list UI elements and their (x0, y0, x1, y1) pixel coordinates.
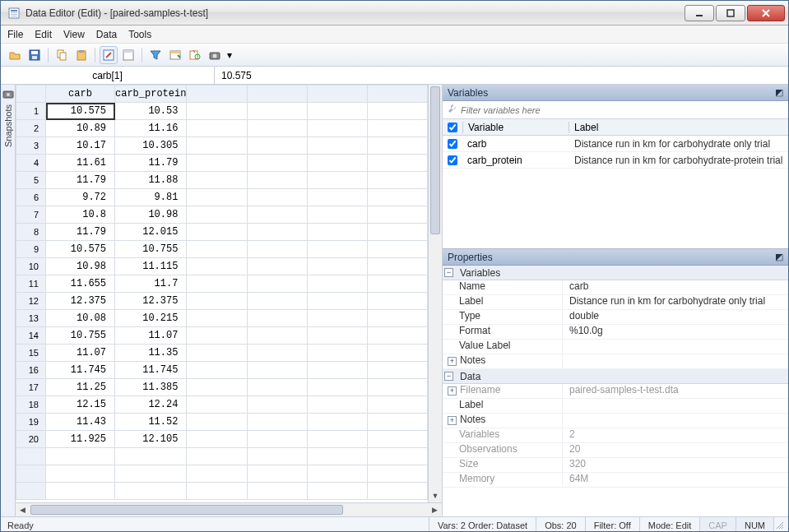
prop-data-label-value[interactable] (563, 399, 788, 413)
empty-cell[interactable] (187, 379, 247, 396)
cell-reference-value[interactable]: 10.575 (215, 70, 788, 81)
data-cell[interactable]: 12.15 (46, 396, 115, 414)
empty-cell[interactable] (307, 448, 367, 465)
empty-cell[interactable] (367, 327, 427, 345)
row-header[interactable]: 20 (16, 431, 46, 448)
empty-cell[interactable] (307, 396, 367, 414)
data-cell[interactable]: 11.16 (115, 120, 187, 137)
prop-type-value[interactable]: double (563, 310, 788, 324)
empty-cell[interactable] (247, 172, 307, 189)
empty-cell[interactable] (307, 206, 367, 224)
collapse-icon[interactable]: − (444, 372, 453, 381)
prop-data-notes-key[interactable]: +Notes (443, 414, 563, 428)
empty-cell[interactable] (187, 345, 247, 362)
data-cell[interactable]: 10.98 (46, 258, 115, 275)
variables-col-variable[interactable]: Variable (462, 122, 569, 133)
expand-icon[interactable]: + (448, 386, 457, 396)
horizontal-scrollbar[interactable]: ◀ ▶ (16, 502, 442, 516)
empty-cell[interactable] (247, 189, 307, 206)
empty-cell[interactable] (247, 293, 307, 310)
row-header[interactable]: 14 (16, 327, 46, 345)
column-header[interactable]: carb (46, 86, 115, 103)
row-header[interactable]: 8 (16, 224, 46, 241)
variables-manager-icon[interactable] (166, 46, 184, 64)
empty-cell[interactable] (367, 483, 427, 500)
empty-cell[interactable] (187, 275, 247, 293)
empty-cell[interactable] (307, 310, 367, 327)
empty-cell[interactable] (247, 224, 307, 241)
menu-tools[interactable]: Tools (128, 29, 151, 40)
row-header[interactable]: 13 (16, 310, 46, 327)
variable-row[interactable]: carbDistance run in km for carbohydrate … (443, 136, 788, 152)
row-header[interactable]: 10 (16, 258, 46, 275)
empty-cell[interactable] (367, 414, 427, 431)
row-header[interactable]: 12 (16, 293, 46, 310)
empty-cell[interactable] (307, 241, 367, 258)
data-cell[interactable]: 10.17 (46, 137, 115, 155)
empty-cell[interactable] (187, 483, 247, 500)
grid-corner[interactable] (16, 86, 46, 103)
row-header[interactable] (16, 483, 46, 500)
data-cell[interactable]: 11.79 (46, 172, 115, 189)
menu-view[interactable]: View (63, 29, 85, 40)
data-cell[interactable]: 11.07 (46, 345, 115, 362)
scrollbar-thumb[interactable] (430, 86, 440, 234)
close-button[interactable] (747, 5, 785, 21)
data-cell[interactable]: 10.8 (46, 206, 115, 224)
data-cell[interactable]: 11.745 (46, 362, 115, 379)
empty-cell[interactable] (307, 379, 367, 396)
row-header[interactable]: 16 (16, 362, 46, 379)
properties-group-data[interactable]: −Data (443, 369, 788, 384)
empty-cell[interactable] (187, 206, 247, 224)
prop-filename-key[interactable]: +Filename (443, 384, 563, 398)
data-cell[interactable] (46, 448, 115, 465)
empty-cell[interactable] (367, 310, 427, 327)
empty-cell[interactable] (247, 241, 307, 258)
empty-cell[interactable] (247, 275, 307, 293)
data-cell[interactable]: 11.385 (115, 379, 187, 396)
empty-cell[interactable] (187, 103, 247, 120)
variable-row[interactable]: carb_proteinDistance run in km for carbo… (443, 152, 788, 169)
data-cell[interactable]: 12.24 (115, 396, 187, 414)
browse-icon[interactable] (119, 46, 137, 64)
empty-cell[interactable] (187, 241, 247, 258)
empty-cell[interactable] (187, 414, 247, 431)
row-header[interactable]: 18 (16, 396, 46, 414)
row-header[interactable]: 11 (16, 275, 46, 293)
wrench-icon[interactable] (446, 103, 457, 117)
data-grid[interactable]: carb carb_protein 110.57510.53210.8911.1… (16, 85, 428, 500)
scroll-right-icon[interactable]: ▶ (428, 503, 442, 516)
empty-cell[interactable] (307, 431, 367, 448)
minimize-button[interactable] (685, 5, 714, 21)
row-header[interactable]: 7 (16, 206, 46, 224)
empty-cell[interactable] (367, 431, 427, 448)
empty-cell[interactable] (367, 189, 427, 206)
empty-cell[interactable] (367, 465, 427, 483)
row-header[interactable]: 2 (16, 120, 46, 137)
empty-cell[interactable] (367, 206, 427, 224)
cell-reference-name[interactable]: carb[1] (1, 67, 215, 84)
expand-icon[interactable]: + (448, 357, 457, 366)
data-cell[interactable] (46, 465, 115, 483)
maximize-button[interactable] (716, 5, 745, 21)
status-filter[interactable]: Filter: Off (585, 517, 639, 532)
prop-name-value[interactable]: carb (563, 280, 788, 294)
snapshot-icon[interactable] (206, 46, 224, 64)
empty-cell[interactable] (367, 345, 427, 362)
row-header[interactable]: 3 (16, 137, 46, 155)
empty-cell[interactable] (187, 448, 247, 465)
data-cell[interactable]: 9.72 (46, 189, 115, 206)
data-cell[interactable]: 12.375 (46, 293, 115, 310)
empty-cell[interactable] (187, 224, 247, 241)
data-cell[interactable]: 10.575 (46, 241, 115, 258)
data-cell[interactable] (115, 465, 187, 483)
vertical-scrollbar[interactable]: ▲ ▼ (428, 85, 442, 502)
data-cell[interactable]: 11.07 (115, 327, 187, 345)
data-cell[interactable]: 11.61 (46, 155, 115, 172)
data-cell[interactable] (115, 483, 187, 500)
empty-cell[interactable] (367, 137, 427, 155)
empty-cell[interactable] (247, 345, 307, 362)
row-header[interactable]: 15 (16, 345, 46, 362)
empty-cell[interactable] (307, 189, 367, 206)
variable-checkbox[interactable] (448, 155, 457, 165)
